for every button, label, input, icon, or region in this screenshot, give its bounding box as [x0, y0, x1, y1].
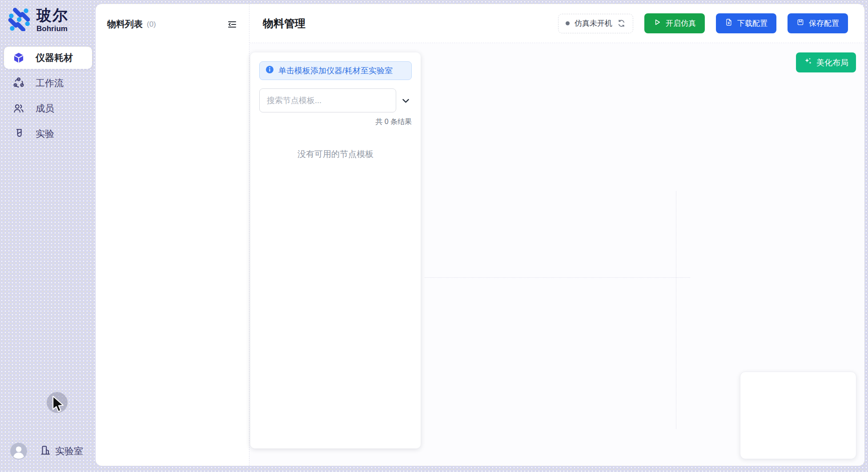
refresh-icon[interactable]: [617, 19, 626, 28]
sidebar-footer: 实验室: [10, 443, 83, 460]
template-search-row: [259, 88, 412, 112]
brand-logo: 玻尔 Bohrium: [7, 7, 68, 33]
beautify-layout-button[interactable]: 美化布局: [796, 52, 856, 72]
file-download-icon: [725, 18, 733, 28]
save-config-button[interactable]: 保存配置: [788, 13, 848, 33]
sidebar-item-label: 工作流: [36, 77, 64, 89]
sidebar-item-members[interactable]: 成员: [4, 97, 92, 120]
header-actions: 仿真未开机: [558, 13, 848, 33]
brand-name-en: Bohrium: [36, 24, 68, 33]
sidebar-item-workflow[interactable]: 工作流: [4, 72, 92, 94]
page-header: 物料管理 仿真未开机: [249, 4, 864, 43]
start-simulation-label: 开启仿真: [666, 18, 696, 28]
empty-templates-text: 没有可用的节点模板: [259, 148, 412, 160]
material-list-panel: 物料列表 (0): [96, 4, 249, 466]
lab-label: 实验室: [55, 445, 83, 457]
experiment-icon: [13, 128, 24, 140]
lab-switcher[interactable]: 实验室: [40, 444, 83, 458]
info-banner-text: 单击模板添加仪器/耗材至实验室: [278, 65, 393, 76]
building-icon: [40, 444, 51, 458]
material-list-count: (0): [147, 20, 156, 29]
beautify-layout-label: 美化布局: [816, 57, 848, 68]
sidebar-item-experiment[interactable]: 实验: [4, 123, 92, 145]
status-dot: [566, 21, 570, 25]
sidebar-item-label: 实验: [36, 128, 54, 140]
info-icon: [265, 65, 274, 76]
minimap-panel[interactable]: [740, 372, 856, 459]
save-icon: [796, 18, 804, 28]
flow-canvas[interactable]: 单击模板添加仪器/耗材至实验室 共 0 条结果 没有可用的节点模板: [249, 43, 864, 466]
sidebar-item-instruments[interactable]: 仪器耗材: [4, 47, 92, 69]
results-count: 共 0 条结果: [259, 117, 412, 127]
main-area: 物料管理 仿真未开机: [249, 4, 864, 466]
save-config-label: 保存配置: [809, 18, 839, 28]
bohrium-logo-icon: [7, 7, 31, 33]
canvas-guide-vertical: [676, 191, 676, 429]
avatar[interactable]: [10, 443, 27, 460]
main-card: 物料列表 (0) 物料管理 仿真未开机: [96, 4, 864, 466]
sidebar-item-label: 成员: [36, 102, 54, 115]
sidebar-item-label: 仪器耗材: [36, 52, 73, 64]
sidebar-nav: 仪器耗材 工作流 成员: [4, 47, 92, 148]
material-list-title: 物料列表: [107, 18, 143, 30]
brand-name-cn: 玻尔: [36, 7, 68, 24]
mouse-cursor: [52, 396, 64, 415]
info-banner: 单击模板添加仪器/耗材至实验室: [259, 61, 412, 80]
chevron-down-icon[interactable]: [401, 96, 410, 105]
sparkles-icon: [804, 57, 812, 68]
status-label: 仿真未开机: [575, 18, 612, 28]
cube-icon: [13, 52, 24, 64]
node-template-panel: 单击模板添加仪器/耗材至实验室 共 0 条结果 没有可用的节点模板: [250, 52, 421, 448]
simulation-status-pill: 仿真未开机: [558, 14, 633, 33]
download-config-button[interactable]: 下载配置: [716, 13, 776, 33]
play-icon: [653, 18, 661, 28]
canvas-guide-horizontal: [425, 277, 690, 278]
workflow-icon: [13, 77, 24, 89]
start-simulation-button[interactable]: 开启仿真: [644, 13, 705, 33]
members-icon: [13, 103, 24, 114]
collapse-panel-icon[interactable]: [227, 19, 237, 30]
page-title: 物料管理: [263, 16, 305, 31]
download-config-label: 下载配置: [737, 18, 768, 28]
search-input[interactable]: [259, 88, 396, 112]
